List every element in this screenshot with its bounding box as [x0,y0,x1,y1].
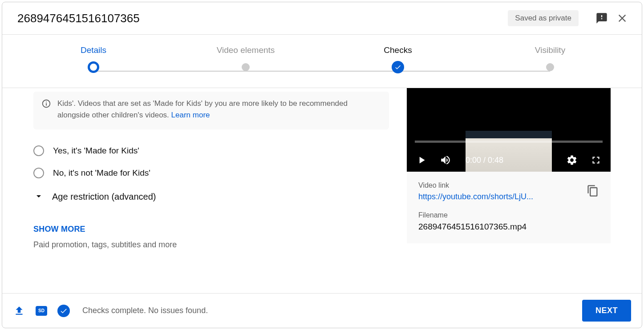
step-details[interactable]: Details [49,45,138,73]
page-title: 2689476451516107365 [17,12,508,25]
show-more-button[interactable]: SHOW MORE [33,225,389,234]
step-video-elements[interactable]: Video elements [201,45,290,71]
progress-bar[interactable] [415,141,603,143]
radio-icon [33,145,44,156]
checks-complete-icon [57,305,70,317]
fullscreen-icon[interactable] [590,154,602,166]
step-visibility[interactable]: Visibility [506,45,595,71]
radio-label: Yes, it's 'Made for Kids' [53,146,139,156]
next-button[interactable]: NEXT [582,300,631,322]
saved-status-chip: Saved as private [508,10,579,26]
step-label: Video elements [201,45,290,55]
video-link-url[interactable]: https://youtube.com/shorts/LjU... [418,192,533,201]
info-icon [41,99,51,109]
chevron-down-icon [33,191,44,203]
play-icon[interactable] [416,154,427,166]
age-restriction-expander[interactable]: Age restriction (advanced) [33,191,389,203]
step-label: Details [49,45,138,55]
video-link-label: Video link [418,181,533,189]
step-label: Checks [353,45,442,55]
audience-info-box: Kids'. Videos that are set as 'Made for … [33,92,389,129]
feedback-icon[interactable] [595,11,609,25]
volume-icon[interactable] [440,154,451,166]
close-icon[interactable] [615,11,629,25]
radio-made-for-kids-no[interactable]: No, it's not 'Made for Kids' [33,168,389,178]
step-checks[interactable]: Checks [353,45,442,73]
stepper: Details Video elements Checks Visibility [2,35,642,88]
show-more-subtitle: Paid promotion, tags, subtitles and more [33,240,389,250]
sd-badge-icon: SD [35,305,48,317]
learn-more-link[interactable]: Learn more [171,111,210,119]
copy-icon[interactable] [587,185,599,199]
player-time: 0:00 / 0:48 [466,156,554,165]
step-label: Visibility [506,45,595,55]
radio-label: No, it's not 'Made for Kids' [53,168,150,178]
age-restriction-label: Age restriction (advanced) [52,192,156,202]
video-player[interactable]: 0:00 / 0:48 [407,88,611,172]
filename-label: Filename [418,211,599,219]
radio-icon [33,168,44,178]
upload-complete-icon [13,305,25,317]
filename-value: 2689476451516107365.mp4 [418,222,599,232]
footer-status-text: Checks complete. No issues found. [82,306,572,315]
settings-gear-icon[interactable] [566,154,578,166]
info-text: Kids'. Videos that are set as 'Made for … [57,98,381,121]
radio-made-for-kids-yes[interactable]: Yes, it's 'Made for Kids' [33,145,389,156]
